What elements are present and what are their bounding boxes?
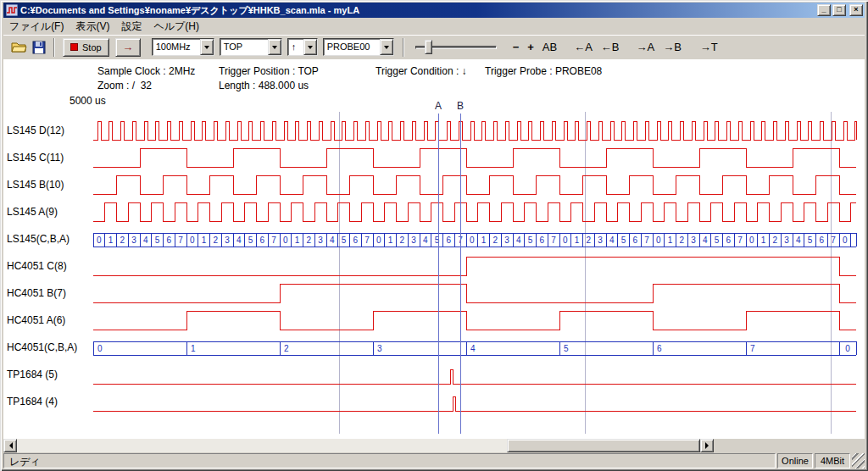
- svg-text:5: 5: [528, 236, 533, 245]
- chevron-down-icon[interactable]: [303, 39, 317, 55]
- channel-label: LS145 B(10): [7, 179, 64, 191]
- svg-text:4: 4: [236, 236, 242, 245]
- svg-text:6: 6: [167, 236, 172, 245]
- svg-text:0: 0: [97, 236, 102, 245]
- svg-text:6: 6: [657, 344, 662, 353]
- minimize-button[interactable]: _: [817, 4, 831, 16]
- trigger-position-select[interactable]: TOP: [220, 38, 282, 56]
- trigger-probe-info: Trigger Probe : PROBE08: [485, 65, 602, 77]
- svg-text:3: 3: [318, 236, 323, 245]
- waveform-display[interactable]: 0123456701234567012345670123456701234567…: [0, 93, 868, 437]
- svg-text:0: 0: [843, 236, 848, 245]
- slider-thumb[interactable]: [425, 40, 432, 54]
- menu-settings[interactable]: 設定: [115, 19, 147, 35]
- goto-a-right-button[interactable]: →A: [632, 39, 659, 55]
- svg-text:7: 7: [750, 344, 755, 353]
- menu-view[interactable]: 表示(V): [70, 19, 115, 35]
- svg-text:0: 0: [470, 236, 475, 245]
- svg-text:2: 2: [214, 236, 219, 245]
- trigger-edge-select[interactable]: ↑: [287, 38, 318, 56]
- goto-b-right-button[interactable]: →B: [659, 39, 686, 55]
- arrow-right-icon: [705, 442, 712, 449]
- horizontal-scrollbar[interactable]: [3, 439, 714, 452]
- svg-text:6: 6: [540, 236, 545, 245]
- timebase-label: 5000 us: [70, 95, 106, 107]
- svg-text:6: 6: [633, 236, 638, 245]
- svg-text:0: 0: [845, 344, 850, 353]
- scroll-left-button[interactable]: [3, 439, 17, 452]
- channel-label: LS145(C,B,A): [7, 233, 70, 245]
- zoom-in-button[interactable]: +: [523, 39, 538, 55]
- svg-text:6: 6: [353, 236, 359, 245]
- svg-text:2: 2: [680, 236, 685, 245]
- open-button[interactable]: [8, 37, 29, 58]
- status-memory: 4MBit: [815, 453, 850, 468]
- channel-label: HC4051 A(6): [7, 314, 65, 326]
- svg-text:4: 4: [703, 236, 708, 245]
- menu-bar: ファイル(F) 表示(V) 設定 ヘルプ(H): [3, 19, 865, 34]
- svg-text:5: 5: [621, 236, 626, 245]
- svg-text:0: 0: [190, 236, 195, 245]
- title-bar[interactable]: C:¥Documents and Settings¥noname¥デスクトップ¥…: [3, 3, 865, 18]
- resize-grip[interactable]: [852, 453, 865, 468]
- trigger-edge-value: ↑: [288, 39, 303, 55]
- ab-cursor-button[interactable]: AB: [538, 39, 561, 55]
- scrollbar-thumb[interactable]: [507, 439, 700, 452]
- svg-text:3: 3: [504, 236, 509, 245]
- svg-text:0: 0: [749, 236, 754, 245]
- svg-text:0: 0: [376, 236, 381, 245]
- menu-help[interactable]: ヘルプ(H): [147, 19, 205, 35]
- stop-button[interactable]: Stop: [63, 38, 109, 57]
- stop-label: Stop: [82, 42, 102, 53]
- run-button[interactable]: →: [115, 38, 141, 57]
- floppy-disk-icon: [32, 41, 46, 54]
- svg-text:3: 3: [691, 236, 696, 245]
- zoom-slider[interactable]: [414, 39, 498, 56]
- svg-text:1: 1: [481, 236, 487, 245]
- svg-text:7: 7: [178, 236, 183, 245]
- svg-text:7: 7: [364, 236, 370, 245]
- svg-text:7: 7: [644, 236, 649, 245]
- zoom-out-button[interactable]: −: [509, 39, 524, 55]
- channel-label: TP1684 (5): [7, 368, 58, 380]
- arrow-left-icon: [6, 442, 13, 449]
- svg-text:7: 7: [831, 236, 836, 245]
- svg-text:3: 3: [131, 236, 136, 245]
- chevron-down-icon[interactable]: [268, 39, 281, 55]
- toolbar: Stop → 100MHz TOP ↑ PROBE00 − + AB ←A ←B…: [3, 35, 865, 58]
- trigger-condition-info: Trigger Condition : ↓: [376, 65, 467, 77]
- channel-label: LS145 A(9): [7, 206, 58, 218]
- toolbar-separator: [53, 38, 55, 57]
- channel-label: LS145 C(11): [7, 152, 64, 163]
- svg-text:2: 2: [120, 236, 125, 245]
- svg-text:2: 2: [773, 236, 778, 245]
- goto-b-left-button[interactable]: ←B: [597, 39, 624, 55]
- trigger-probe-value: PROBE00: [324, 39, 380, 55]
- channel-label: HC4051(C,B,A): [7, 341, 77, 353]
- status-message: レディ: [3, 453, 776, 468]
- channel-label: TP1684 (4): [7, 396, 58, 407]
- svg-text:1: 1: [191, 344, 196, 353]
- chevron-down-icon[interactable]: [200, 39, 214, 55]
- close-button[interactable]: ×: [849, 4, 863, 16]
- goto-trigger-button[interactable]: →T: [696, 39, 722, 55]
- goto-a-left-button[interactable]: ←A: [570, 39, 597, 55]
- svg-text:4: 4: [609, 236, 615, 245]
- save-button[interactable]: [29, 37, 49, 58]
- maximize-button[interactable]: □: [832, 4, 846, 16]
- svg-text:5: 5: [808, 236, 813, 245]
- scrollbar-track[interactable]: [17, 439, 700, 452]
- svg-text:0: 0: [563, 236, 568, 245]
- sample-clock-select[interactable]: 100MHz: [152, 38, 214, 56]
- svg-text:3: 3: [377, 344, 382, 353]
- scroll-right-button[interactable]: [700, 439, 714, 452]
- svg-text:1: 1: [202, 236, 207, 245]
- chevron-down-icon[interactable]: [380, 39, 393, 55]
- svg-text:A: A: [435, 100, 442, 112]
- trigger-probe-select[interactable]: PROBE00: [323, 38, 394, 56]
- menu-file[interactable]: ファイル(F): [3, 19, 70, 35]
- status-online: Online: [777, 453, 813, 468]
- svg-text:1: 1: [761, 236, 766, 245]
- svg-text:2: 2: [587, 236, 592, 245]
- zoom-info: Zoom : / 32: [97, 80, 152, 91]
